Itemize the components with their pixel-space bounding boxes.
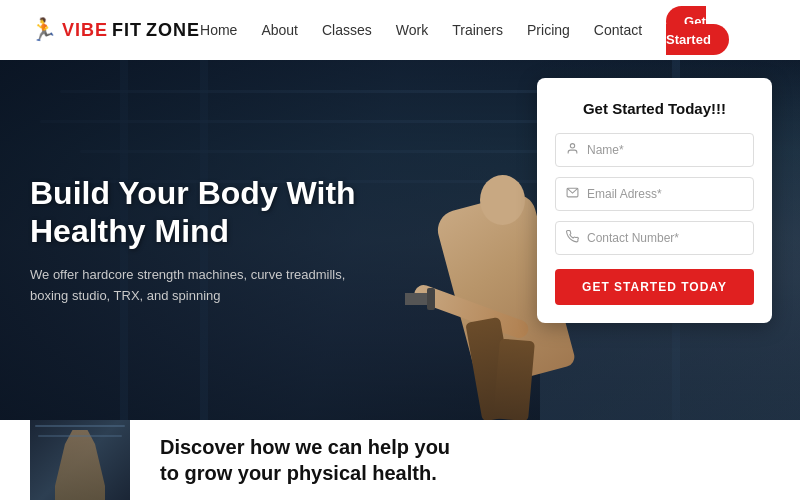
navbar: 🏃 VIBEFITZONE Home About Classes Work Tr… bbox=[0, 0, 800, 60]
nav-item-trainers[interactable]: Trainers bbox=[452, 21, 503, 39]
phone-field-wrapper bbox=[555, 221, 754, 255]
signup-form-card: Get Started Today!!! bbox=[537, 78, 772, 323]
logo-text-zone: ZONE bbox=[146, 20, 200, 41]
hero-section: Build Your Body With Healthy Mind We off… bbox=[0, 60, 800, 420]
nav-link-classes[interactable]: Classes bbox=[322, 22, 372, 38]
hero-content: Build Your Body With Healthy Mind We off… bbox=[30, 174, 410, 306]
form-submit-button[interactable]: GET STARTED TODAY bbox=[555, 269, 754, 305]
phone-input[interactable] bbox=[587, 231, 743, 245]
email-input[interactable] bbox=[587, 187, 743, 201]
hero-title: Build Your Body With Healthy Mind bbox=[30, 174, 410, 251]
nav-item-about[interactable]: About bbox=[261, 21, 298, 39]
hero-subtitle: We offer hardcore strength machines, cur… bbox=[30, 265, 350, 307]
nav-links: Home About Classes Work Trainers Pricing… bbox=[200, 12, 770, 48]
svg-point-0 bbox=[570, 144, 574, 148]
below-hero-text: Discover how we can help youto grow your… bbox=[160, 434, 450, 486]
name-input[interactable] bbox=[587, 143, 743, 157]
nav-link-about[interactable]: About bbox=[261, 22, 298, 38]
logo[interactable]: 🏃 VIBEFITZONE bbox=[30, 17, 200, 43]
name-field-wrapper bbox=[555, 133, 754, 167]
nav-item-classes[interactable]: Classes bbox=[322, 21, 372, 39]
nav-item-work[interactable]: Work bbox=[396, 21, 428, 39]
below-hero-image bbox=[30, 420, 130, 500]
nav-link-pricing[interactable]: Pricing bbox=[527, 22, 570, 38]
logo-text-vibe: VIBE bbox=[62, 20, 108, 41]
nav-item-cta[interactable]: Get Started bbox=[666, 12, 770, 48]
nav-item-pricing[interactable]: Pricing bbox=[527, 21, 570, 39]
nav-link-trainers[interactable]: Trainers bbox=[452, 22, 503, 38]
phone-icon bbox=[566, 230, 579, 246]
email-icon bbox=[566, 186, 579, 202]
nav-item-home[interactable]: Home bbox=[200, 21, 237, 39]
nav-item-contact[interactable]: Contact bbox=[594, 21, 642, 39]
logo-icon: 🏃 bbox=[30, 17, 58, 43]
nav-cta-button[interactable]: Get Started bbox=[666, 6, 729, 55]
nav-link-work[interactable]: Work bbox=[396, 22, 428, 38]
nav-link-home[interactable]: Home bbox=[200, 22, 237, 38]
email-field-wrapper bbox=[555, 177, 754, 211]
nav-link-contact[interactable]: Contact bbox=[594, 22, 642, 38]
person-icon bbox=[566, 142, 579, 158]
form-title: Get Started Today!!! bbox=[555, 100, 754, 117]
below-hero-section: Discover how we can help youto grow your… bbox=[0, 420, 800, 500]
logo-text-fit: FIT bbox=[112, 20, 142, 41]
